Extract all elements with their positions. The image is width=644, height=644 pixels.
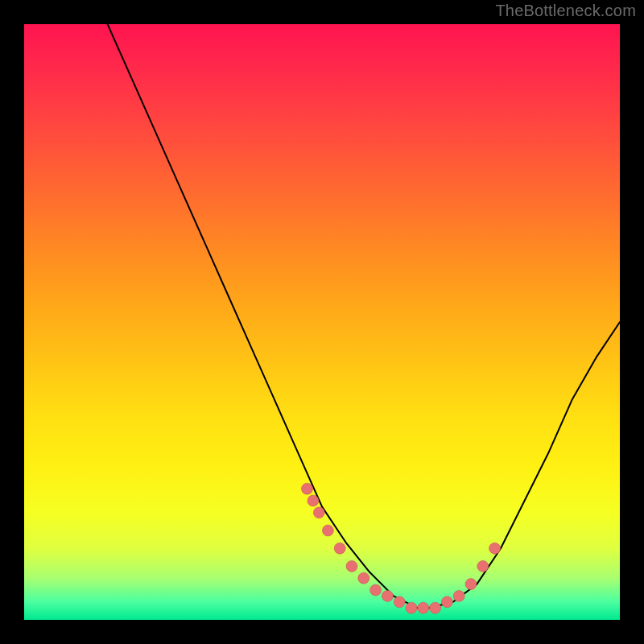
optimal-dot bbox=[334, 543, 345, 554]
optimal-dot bbox=[441, 597, 452, 608]
optimal-dot bbox=[477, 560, 489, 572]
optimal-dot bbox=[346, 560, 357, 572]
watermark-text: TheBottleneck.com bbox=[495, 2, 636, 20]
chart-container: TheBottleneck.com bbox=[0, 0, 644, 644]
optimal-dot bbox=[430, 602, 441, 613]
plot-area bbox=[24, 24, 620, 620]
optimal-dot bbox=[394, 597, 405, 608]
bottleneck-curve bbox=[108, 24, 620, 608]
optimal-dot bbox=[418, 602, 429, 613]
optimal-dot bbox=[302, 483, 313, 494]
optimal-dot bbox=[489, 543, 501, 554]
optimal-dot bbox=[358, 572, 369, 584]
optimal-dot bbox=[382, 590, 393, 601]
optimal-dots-group bbox=[302, 483, 501, 613]
optimal-dot bbox=[313, 507, 324, 518]
optimal-dot bbox=[465, 579, 477, 590]
optimal-dot bbox=[406, 602, 417, 613]
chart-svg bbox=[24, 24, 620, 620]
optimal-dot bbox=[370, 584, 382, 596]
optimal-dot bbox=[453, 590, 464, 601]
optimal-dot bbox=[308, 495, 319, 506]
optimal-dot bbox=[322, 525, 333, 536]
